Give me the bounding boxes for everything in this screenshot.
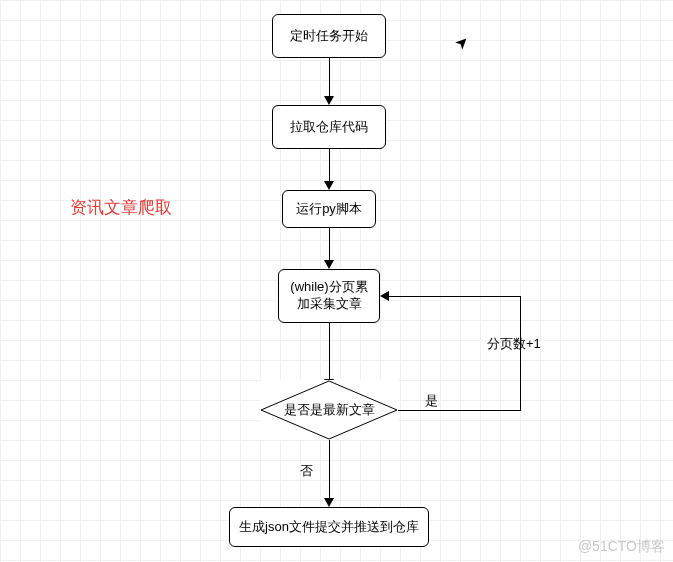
edge-1-2 xyxy=(329,58,330,98)
label-loop-increment: 分页数+1 xyxy=(487,335,541,353)
edge-2-3-head xyxy=(324,181,334,190)
edge-4-5 xyxy=(329,323,330,381)
label-yes: 是 xyxy=(425,392,438,410)
node-while-loop: (while)分页累加采集文章 xyxy=(278,269,380,323)
edge-yes-h1 xyxy=(398,410,520,411)
edge-yes-head xyxy=(380,291,389,301)
node-while-loop-label: (while)分页累加采集文章 xyxy=(287,279,371,313)
edge-2-3 xyxy=(329,149,330,183)
node-start: 定时任务开始 xyxy=(272,14,386,58)
label-no: 否 xyxy=(300,462,313,480)
edge-3-4 xyxy=(329,228,330,262)
node-run-script-label: 运行py脚本 xyxy=(296,201,362,218)
node-pull-repo-label: 拉取仓库代码 xyxy=(290,119,368,136)
node-run-script: 运行py脚本 xyxy=(282,190,376,228)
node-decision: 是否是最新文章 xyxy=(260,380,398,440)
diagram-title: 资讯文章爬取 xyxy=(70,196,172,219)
node-start-label: 定时任务开始 xyxy=(290,28,368,45)
edge-3-4-head xyxy=(324,260,334,269)
cursor-icon: ➤ xyxy=(450,31,473,54)
node-push-json: 生成json文件提交并推送到仓库 xyxy=(229,507,429,547)
node-push-json-label: 生成json文件提交并推送到仓库 xyxy=(239,519,419,536)
node-pull-repo: 拉取仓库代码 xyxy=(272,105,386,149)
node-decision-label: 是否是最新文章 xyxy=(284,401,375,419)
edge-yes-v xyxy=(520,296,521,411)
edge-no-head xyxy=(324,498,334,507)
edge-1-2-head xyxy=(324,96,334,105)
edge-yes-h2 xyxy=(389,296,521,297)
watermark: @51CTO博客 xyxy=(578,538,665,556)
edge-no-v xyxy=(329,440,330,500)
